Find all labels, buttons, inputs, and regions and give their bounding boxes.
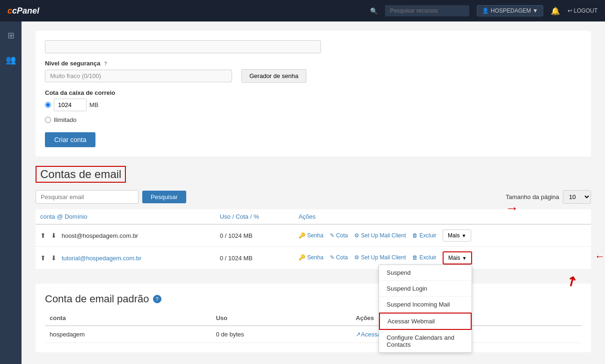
download-icon[interactable]: ⬇ xyxy=(51,254,57,262)
search-icon: 🔍 xyxy=(370,7,378,14)
upload-icon[interactable]: ⬆ xyxy=(40,232,46,239)
row1-password-link[interactable]: 🔑 Senha xyxy=(299,232,323,239)
security-level-label: Nível de segurança ? xyxy=(45,60,582,67)
caret-icon: ▼ xyxy=(461,233,466,238)
navbar-search-input[interactable] xyxy=(385,5,469,16)
table-header-row: conta @ Domínio Uso / Cota / % Ações xyxy=(36,209,591,224)
bell-icon[interactable]: 🔔 xyxy=(551,7,560,15)
default-email-section: Conta de email padrão ? conta Uso Ações … xyxy=(36,284,591,352)
quota-group: Cota da caixa de correio MB Ilimitado xyxy=(45,89,582,126)
chevron-down-icon: ▼ xyxy=(532,7,538,14)
security-level-group: Nível de segurança ? Muito fraco (0/100)… xyxy=(45,60,582,83)
row2-delete-link[interactable]: 🗑 Excluir xyxy=(412,254,436,261)
dropdown-configure-calendars[interactable]: Configure Calendars and Contacts xyxy=(379,330,472,352)
row1-quota-link[interactable]: ✎ Cota xyxy=(330,232,348,239)
row2-email-link[interactable]: tutorial@hospedagem.com.br xyxy=(62,255,142,262)
page-size-select[interactable]: 10 xyxy=(563,190,591,204)
email-accounts-title: Contas de email xyxy=(36,166,126,183)
sidebar-item-users[interactable]: 👥 xyxy=(2,51,19,68)
row2-account: ⬆ ⬇ tutorial@hospedagem.com.br xyxy=(36,247,215,270)
search-right: Tamanho da página 10 xyxy=(506,190,591,204)
quota-radio-group: MB Ilimitado xyxy=(45,99,582,126)
navbar-brand: ccPanel xyxy=(7,6,39,16)
sidebar-item-grid[interactable]: ⊞ xyxy=(2,27,19,44)
upload-icon[interactable]: ⬆ xyxy=(40,254,46,262)
email-accounts-section: Contas de email Pesquisar Tamanho da pág… xyxy=(36,166,591,270)
search-button[interactable]: Pesquisar xyxy=(142,191,186,203)
col-actions-header: Ações xyxy=(294,209,591,224)
red-arrow-mais: ← xyxy=(595,250,605,263)
quota-unlimited-option[interactable]: Ilimitado xyxy=(45,116,582,123)
row1-delete-link[interactable]: 🗑 Excluir xyxy=(412,232,436,239)
row2-actions: 🔑 Senha ✎ Cota ⚙ Set Up Mail Client 🗑 Ex… xyxy=(294,247,591,270)
default-email-table: conta Uso Ações hospedagem 0 de bytes ↗A… xyxy=(45,311,582,343)
page-layout: ⊞ 👥 Nível de segurança ? Muito fraco (0/… xyxy=(0,21,605,364)
row2-usage: 0 / 1024 MB xyxy=(215,247,294,270)
security-help-icon[interactable]: ? xyxy=(104,61,107,66)
default-col-usage: Uso xyxy=(211,311,351,326)
email-table: conta @ Domínio Uso / Cota / % Ações ⬆ ⬇ xyxy=(36,209,591,270)
quota-mb-option[interactable]: MB xyxy=(45,99,582,111)
dropdown-acessar-webmail[interactable]: Acessar Webmail xyxy=(379,313,472,330)
row1-setup-mail-link[interactable]: ⚙ Set Up Mail Client xyxy=(354,232,406,239)
row2-password-link[interactable]: 🔑 Senha xyxy=(299,254,323,261)
form-section: Nível de segurança ? Muito fraco (0/100)… xyxy=(36,31,591,157)
col-usage-header: Uso / Cota / % xyxy=(215,209,294,224)
default-account-name: hospedagem xyxy=(45,326,211,343)
dropdown-suspend[interactable]: Suspend xyxy=(379,265,472,281)
strength-bar: Muito fraco (0/100) xyxy=(45,70,232,82)
search-left: Pesquisar xyxy=(36,190,186,204)
row1-actions: 🔑 Senha ✎ Cota ⚙ Set Up Mail Client 🗑 Ex… xyxy=(294,224,591,247)
generate-password-button[interactable]: Gerador de senha xyxy=(241,69,306,83)
create-account-button[interactable]: Criar conta xyxy=(45,132,95,147)
col-account-header: conta @ Domínio xyxy=(36,209,215,224)
quota-label: Cota da caixa de correio xyxy=(45,89,582,96)
logout-button[interactable]: ↩ LOGOUT xyxy=(568,7,598,14)
search-row: Pesquisar Tamanho da página 10 xyxy=(36,190,591,204)
default-table-row: hospedagem 0 de bytes ↗Acessar Webmail xyxy=(45,326,582,343)
dropdown-suspend-mail[interactable]: Suspend Incoming Mail xyxy=(379,297,472,313)
row1-usage: 0 / 1024 MB xyxy=(215,224,294,247)
row1-mais-button[interactable]: Mais ▼ xyxy=(443,229,471,242)
row1-mais-wrapper: Mais ▼ xyxy=(443,229,471,242)
navbar-right: 🔍 👤 HOSPEDAGEM ▼ 🔔 ↩ LOGOUT xyxy=(370,5,598,16)
row2-mais-button[interactable]: Mais ▼ xyxy=(443,251,472,264)
download-icon[interactable]: ⬇ xyxy=(51,232,57,239)
default-account-usage: 0 de bytes xyxy=(211,326,351,343)
quota-input[interactable] xyxy=(54,99,87,111)
default-col-account: conta xyxy=(45,311,211,326)
default-email-help-icon[interactable]: ? xyxy=(153,295,161,303)
row2-mais-wrapper: Mais ▼ Suspend Suspend Login Suspend Inc… xyxy=(443,251,472,264)
dropdown-suspend-login[interactable]: Suspend Login xyxy=(379,281,472,297)
default-email-title: Conta de email padrão ? xyxy=(45,293,582,305)
table-row: ⬆ ⬇ tutorial@hospedagem.com.br 0 / 1024 … xyxy=(36,247,591,270)
main-content: Nível de segurança ? Muito fraco (0/100)… xyxy=(22,21,605,364)
external-link-icon: ↗ xyxy=(356,331,361,338)
user-menu-button[interactable]: 👤 HOSPEDAGEM ▼ xyxy=(477,5,543,16)
default-table-header: conta Uso Ações xyxy=(45,311,582,326)
logout-icon: ↩ xyxy=(568,7,572,14)
caret-icon-2: ▼ xyxy=(462,256,467,261)
sidebar: ⊞ 👥 xyxy=(0,21,22,364)
row1-account: ⬆ ⬇ hoost@hospedagem.com.br xyxy=(36,224,215,247)
row2-setup-mail-link[interactable]: ⚙ Set Up Mail Client xyxy=(354,254,406,261)
search-email-input[interactable] xyxy=(36,190,138,204)
top-navbar: ccPanel 🔍 👤 HOSPEDAGEM ▼ 🔔 ↩ LOGOUT xyxy=(0,0,605,21)
page-size-label: Tamanho da página xyxy=(506,193,559,200)
row2-quota-link[interactable]: ✎ Cota xyxy=(330,254,348,261)
user-icon: 👤 xyxy=(482,7,489,14)
table-row: ⬆ ⬇ hoost@hospedagem.com.br 0 / 1024 MB … xyxy=(36,224,591,247)
mais-dropdown-menu: Suspend Suspend Login Suspend Incoming M… xyxy=(379,264,472,353)
